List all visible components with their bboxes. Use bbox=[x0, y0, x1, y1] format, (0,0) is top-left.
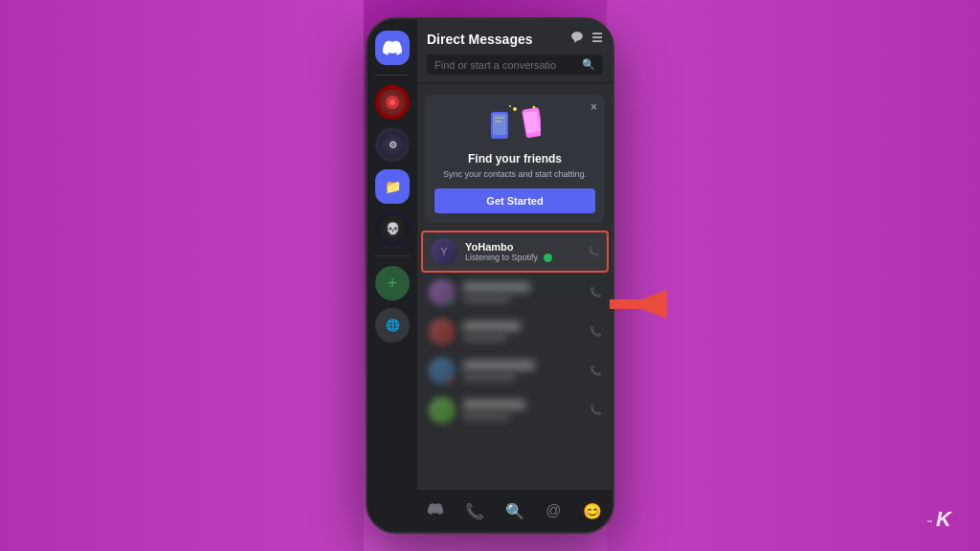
dm-title-text: Direct Messages bbox=[427, 32, 533, 47]
get-started-button[interactable]: Get Started bbox=[434, 188, 595, 213]
user5-action: 📞 bbox=[590, 405, 601, 415]
phone-wrapper: ⚙ 📁 💀 + 🌐 D bbox=[366, 17, 614, 534]
user3-avatar bbox=[429, 319, 456, 345]
user2-name bbox=[463, 282, 530, 292]
dm-item-yohambo[interactable]: Y YoHambo Listening to Spotify 📞 bbox=[421, 231, 609, 273]
user4-info bbox=[463, 361, 582, 381]
user4-action: 📞 bbox=[590, 365, 601, 376]
user2-info bbox=[463, 282, 582, 302]
user5-name bbox=[463, 400, 525, 409]
svg-point-6 bbox=[513, 107, 517, 111]
yohambo-status: Listening to Spotify bbox=[465, 253, 580, 262]
banner-illustration bbox=[434, 104, 595, 146]
user2-call-icon[interactable]: 📞 bbox=[590, 287, 601, 298]
sidebar-item-discord-home[interactable] bbox=[375, 31, 410, 65]
dm-item-user3[interactable]: 📞 bbox=[421, 313, 609, 351]
watermark: ••K bbox=[927, 507, 952, 532]
user4-status bbox=[463, 373, 516, 381]
banner-title: Find your friends bbox=[434, 152, 595, 165]
sidebar-item-server-4[interactable]: 💀 bbox=[375, 211, 410, 246]
nav-discord-icon[interactable] bbox=[424, 497, 447, 524]
user5-avatar bbox=[429, 397, 456, 424]
svg-rect-10 bbox=[610, 299, 643, 309]
dm-title-bar: Direct Messages ☰ bbox=[427, 31, 603, 47]
user4-status-dot bbox=[448, 377, 456, 385]
dm-list: × bbox=[417, 83, 612, 489]
yohambo-action: 📞 bbox=[588, 246, 599, 256]
sidebar-divider bbox=[375, 75, 410, 76]
svg-point-8 bbox=[509, 105, 511, 107]
new-dm-icon[interactable] bbox=[570, 31, 584, 47]
menu-icon[interactable]: ☰ bbox=[591, 31, 603, 47]
user2-avatar bbox=[429, 279, 456, 306]
svg-rect-3 bbox=[495, 121, 501, 122]
yohambo-avatar: Y bbox=[431, 238, 457, 265]
friend-banner: × bbox=[425, 95, 605, 223]
bottom-nav: 📞 🔍 @ 😊 bbox=[417, 489, 612, 532]
user3-info bbox=[463, 321, 582, 342]
user5-status bbox=[463, 412, 509, 420]
nav-phone-icon[interactable]: 📞 bbox=[461, 498, 488, 524]
dm-item-user5[interactable]: 📞 bbox=[421, 391, 609, 430]
call-icon[interactable]: 📞 bbox=[588, 246, 599, 256]
nav-mention-icon[interactable]: @ bbox=[542, 498, 565, 523]
banner-close-button[interactable]: × bbox=[590, 100, 597, 114]
sidebar-item-server-3[interactable]: 📁 bbox=[375, 169, 410, 204]
bg-left bbox=[0, 0, 364, 551]
user3-status bbox=[463, 334, 506, 342]
svg-rect-2 bbox=[495, 117, 504, 119]
dm-item-user2[interactable]: 📞 bbox=[421, 274, 609, 312]
user2-status-dot bbox=[448, 298, 456, 306]
phone-mockup: ⚙ 📁 💀 + 🌐 D bbox=[366, 17, 614, 534]
sidebar-divider-2 bbox=[375, 255, 410, 256]
dm-header: Direct Messages ☰ bbox=[417, 19, 612, 83]
user3-call-icon[interactable]: 📞 bbox=[590, 326, 601, 337]
nav-search-icon[interactable]: 🔍 bbox=[501, 498, 528, 524]
user4-call-icon[interactable]: 📞 bbox=[590, 365, 601, 376]
sidebar-item-server-1[interactable] bbox=[375, 85, 410, 120]
spotify-icon bbox=[544, 253, 552, 262]
sidebar-item-explore[interactable]: 🌐 bbox=[375, 308, 410, 342]
banner-subtitle: Sync your contacts and start chatting. bbox=[434, 169, 595, 181]
svg-point-7 bbox=[533, 106, 536, 109]
user4-name bbox=[463, 361, 535, 370]
user5-call-icon[interactable]: 📞 bbox=[590, 405, 601, 415]
yohambo-info: YoHambo Listening to Spotify bbox=[465, 241, 580, 262]
nav-emoji-icon[interactable]: 😊 bbox=[579, 498, 606, 524]
user3-action: 📞 bbox=[590, 326, 601, 337]
dm-item-user4[interactable]: 📞 bbox=[421, 352, 609, 390]
user2-action: 📞 bbox=[590, 287, 601, 298]
sidebar-item-server-2[interactable]: ⚙ bbox=[375, 127, 410, 162]
user5-info bbox=[463, 400, 582, 420]
dm-panel: Direct Messages ☰ bbox=[417, 19, 612, 532]
search-input[interactable] bbox=[434, 59, 578, 71]
user2-status bbox=[463, 295, 511, 302]
server-sidebar: ⚙ 📁 💀 + 🌐 bbox=[368, 19, 417, 532]
bg-right bbox=[607, 0, 980, 551]
search-icon: 🔍 bbox=[582, 58, 595, 71]
yohambo-name: YoHambo bbox=[465, 241, 580, 253]
user4-avatar bbox=[429, 358, 456, 385]
search-bar: 🔍 bbox=[427, 55, 603, 75]
red-arrow-indicator bbox=[610, 285, 667, 327]
user3-name bbox=[463, 321, 521, 331]
sidebar-item-add-server[interactable]: + bbox=[375, 266, 410, 300]
dm-title-icons: ☰ bbox=[570, 31, 603, 47]
